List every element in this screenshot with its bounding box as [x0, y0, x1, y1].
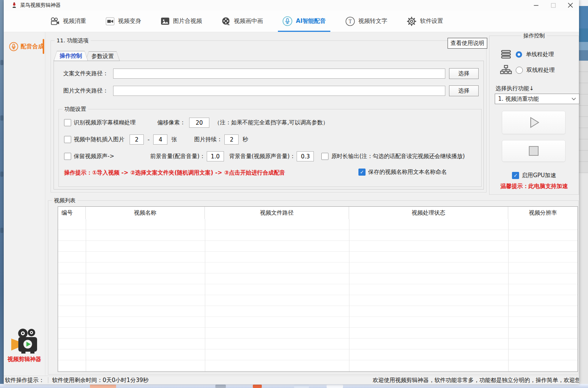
nav-tab-label: 软件设置	[420, 17, 443, 25]
nav-tab-video-to-text[interactable]: T 视频转文字	[341, 10, 392, 32]
keep-audio-row: 保留视频原声-> 前景音量(配音音量)： 背景音量(视频原声音量)： 原时长输出…	[64, 151, 465, 161]
desktop: 菜鸟视频剪辑神器 视频消重 视频变身	[0, 0, 588, 388]
range-dash: -	[148, 136, 149, 143]
nav-tab-video-dedupe[interactable]: 视频消重	[46, 10, 91, 32]
taskbar-icon-fragment	[327, 385, 343, 388]
maximize-button[interactable]	[545, 0, 562, 10]
nav-tab-label: 视频变身	[118, 17, 141, 25]
background-window-edge	[579, 0, 588, 388]
choose-copywriting-folder-button[interactable]: 选择	[449, 68, 479, 79]
close-button[interactable]	[562, 0, 579, 10]
bg-window-fragment	[579, 173, 588, 388]
keep-original-audio-checkbox[interactable]	[64, 153, 71, 160]
start-button[interactable]	[502, 111, 566, 134]
nav-tab-video-transform[interactable]: 视频变身	[101, 10, 146, 32]
offset-pixels-input[interactable]	[189, 118, 209, 128]
operation-tip-text: 操作提示：①导入视频 -> ②选择文案文件夹(随机调用文案) -> ③点击开始进…	[64, 169, 285, 176]
taskbar-sliver	[0, 384, 588, 388]
desktop-icon-fragment	[0, 172, 3, 177]
subtitle-blur-checkbox[interactable]	[64, 119, 71, 126]
copywriting-folder-input[interactable]	[113, 69, 445, 79]
operation-tip-row: 操作提示：①导入视频 -> ②选择文案文件夹(随机调用文案) -> ③点击开始进…	[64, 168, 285, 178]
insert-max-input[interactable]	[153, 134, 167, 145]
tab-label: 操作控制	[54, 51, 88, 61]
image-folder-input[interactable]	[113, 86, 445, 96]
insert-images-checkbox[interactable]	[64, 136, 71, 143]
stop-button[interactable]	[502, 140, 566, 162]
desktop-icon-fragment	[0, 115, 3, 121]
view-instructions-button[interactable]: 查看使用说明	[448, 38, 487, 49]
minimize-button[interactable]	[527, 0, 545, 10]
nav-tab-settings[interactable]: 软件设置	[402, 10, 448, 32]
nav-tab-label: AI智能配音	[296, 17, 326, 25]
app-logo-icon	[11, 2, 17, 8]
video-list-title: 视频列表	[52, 197, 78, 204]
desktop-icon-fragment	[0, 228, 3, 233]
status-bar: 软件操作提示： 软件使用剩余时间：0天0小时1分39秒 欢迎使用视频剪辑神器，软…	[4, 376, 579, 384]
nav-tab-label: 视频转文字	[358, 17, 388, 25]
dual-thread-label: 双线程处理	[527, 67, 555, 74]
movie-camera-icon	[50, 17, 60, 25]
column-divider	[86, 219, 86, 372]
choose-image-folder-button[interactable]: 选择	[449, 85, 479, 96]
insert-min-input[interactable]	[130, 134, 144, 145]
column-header-name[interactable]: 视频名称	[86, 207, 205, 219]
video-list-group: 视频列表 编号 视频名称 视频文件路径 视频处理状态 视频分辨率	[48, 200, 579, 375]
column-header-path[interactable]: 视频文件路径	[205, 207, 349, 219]
microphone-icon	[282, 16, 293, 26]
image-icon	[161, 17, 170, 25]
image-duration-label: 图片持续：	[194, 136, 222, 143]
offset-note: （注：如果不能完全遮挡字幕,可以调高参数）	[214, 119, 328, 126]
nav-tab-image-to-video[interactable]: 图片合视频	[156, 10, 207, 32]
offset-pixels-label: 偏移像素：	[157, 119, 185, 126]
image-folder-label: 图片文件夹路径：	[63, 87, 113, 94]
function-tabbar: 操作控制 参数设置	[54, 51, 117, 61]
column-header-index[interactable]: 编号	[58, 207, 86, 219]
nav-tab-video-pip[interactable]: 视频画中画	[217, 10, 268, 32]
bg-window-fragment	[579, 28, 588, 42]
window-controls	[527, 0, 579, 10]
camcorder-icon	[106, 17, 115, 25]
bg-window-fragment	[579, 61, 588, 173]
desktop-icon-fragment	[0, 60, 3, 65]
status-left-label: 软件操作提示：	[5, 377, 44, 384]
control-panel-title: 操作控制	[521, 32, 547, 39]
nav-tab-ai-dubbing[interactable]: AI智能配音	[278, 10, 330, 32]
image-folder-row: 图片文件夹路径： 选择	[63, 86, 479, 96]
single-thread-radio[interactable]	[516, 51, 522, 58]
operation-control-panel: 文案文件夹路径： 选择 图片文件夹路径： 选择 功能设置 识别视频原字幕模糊处理…	[54, 61, 484, 190]
execute-function-select[interactable]: 1. 视频消重功能	[495, 94, 579, 104]
copywriting-folder-row: 文案文件夹路径： 选择	[63, 69, 479, 79]
original-duration-checkbox[interactable]	[321, 153, 328, 160]
tab-operation-control[interactable]: 操作控制	[54, 51, 88, 61]
foreground-volume-input[interactable]	[207, 151, 224, 161]
sidebar: 配音合成 视频剪辑神器	[4, 32, 45, 376]
nav-tab-label: 视频画中画	[234, 17, 263, 25]
gpu-support-note: 温馨提示：此电脑支持加速	[490, 183, 579, 190]
column-header-status[interactable]: 视频处理状态	[349, 207, 508, 219]
dual-thread-row: 双线程处理	[500, 64, 555, 76]
column-divider	[205, 219, 205, 372]
foreground-volume-label: 前景音量(配音音量)：	[150, 153, 205, 160]
desktop-left-edge	[0, 0, 4, 388]
dual-thread-radio[interactable]	[516, 67, 523, 74]
app-logo-label: 视频剪辑神器	[4, 356, 45, 363]
tab-parameter-settings[interactable]: 参数设置	[85, 51, 120, 61]
microphone-icon	[9, 42, 18, 51]
save-name-row: 保存的视频名称用文本名称命名	[358, 167, 447, 177]
save-name-checkbox[interactable]	[358, 169, 366, 176]
taskbar-icon-fragment	[215, 385, 226, 388]
image-duration-input[interactable]	[224, 134, 239, 145]
insert-images-label: 视频中随机插入图片	[74, 136, 124, 143]
app-window: 菜鸟视频剪辑神器 视频消重 视频变身	[4, 0, 579, 384]
original-duration-label: 原时长输出(注：勾选的话配音读完视频还会继续播放)	[331, 153, 465, 160]
gpu-acceleration-checkbox[interactable]	[512, 172, 519, 179]
background-volume-input[interactable]	[297, 151, 314, 161]
duration-unit-label: 秒	[242, 136, 248, 143]
gear-icon	[407, 16, 416, 26]
save-name-label: 保存的视频名称用文本名称命名	[368, 169, 447, 176]
sidebar-item-dubbing-synthesis[interactable]: 配音合成	[4, 37, 45, 55]
welcome-text: 欢迎使用视频剪辑神器，软件功能非常多，功能都是独立分明的，操作简单，欢迎您使	[373, 376, 579, 384]
insert-images-row: 视频中随机插入图片 - 张 图片持续： 秒	[64, 134, 248, 145]
column-header-resolution[interactable]: 视频分辨率	[508, 207, 578, 219]
